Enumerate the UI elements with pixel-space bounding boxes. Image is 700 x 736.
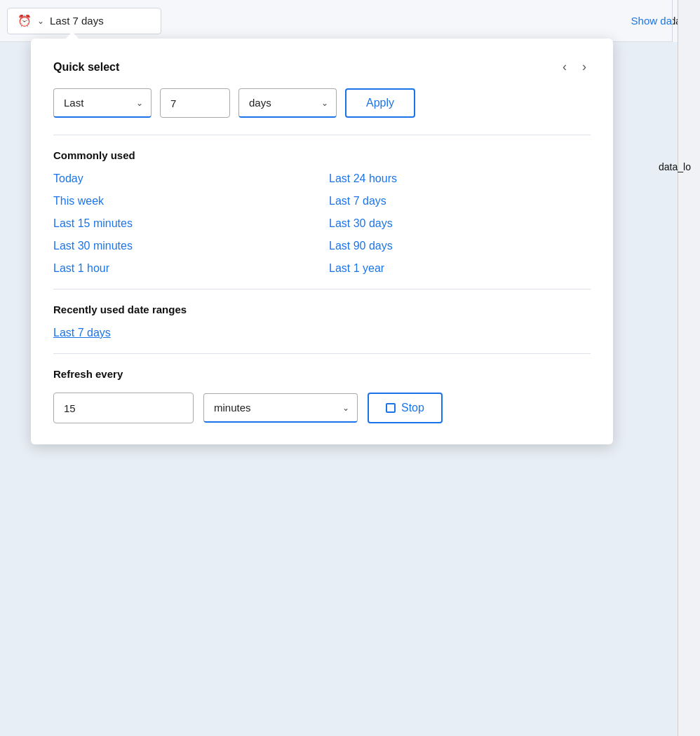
refresh-value-input[interactable] [53,393,194,423]
quick-link-last-7-days[interactable]: Last 7 days [329,195,591,207]
quick-link-last-1-year[interactable]: Last 1 year [329,262,591,275]
stop-square-icon [386,403,396,413]
refresh-unit-wrapper: seconds minutes hours ⌄ [203,393,358,423]
recently-used-section: Recently used date ranges Last 7 days [53,304,591,339]
date-picker-dropdown: Quick select ‹ › Last Next ⌄ minutes hou… [31,39,613,444]
right-edge-panel: data_lo [678,0,700,736]
quick-select-controls: Last Next ⌄ minutes hours days weeks mon… [53,88,591,118]
refresh-controls: seconds minutes hours ⌄ Stop [53,393,591,423]
time-direction-select[interactable]: Last Next [53,88,152,118]
stop-label: Stop [401,402,424,414]
quick-select-header: Quick select ‹ › [53,58,591,76]
commonly-used-grid: Today Last 24 hours This week Last 7 day… [53,172,591,275]
quick-link-last-30-minutes[interactable]: Last 30 minutes [53,240,315,252]
chevron-down-icon: ⌄ [37,16,44,26]
quick-link-last-90-days[interactable]: Last 90 days [329,240,591,252]
time-unit-select[interactable]: minutes hours days weeks months years [238,88,337,118]
refresh-title: Refresh every [53,368,591,380]
quick-link-today[interactable]: Today [53,172,315,185]
quick-link-last-15-minutes[interactable]: Last 15 minutes [53,217,315,230]
divider-3 [53,353,591,354]
recently-used-link-last-7-days[interactable]: Last 7 days [53,327,111,339]
commonly-used-section: Commonly used Today Last 24 hours This w… [53,149,591,275]
quick-link-last-30-days[interactable]: Last 30 days [329,217,591,230]
date-picker-trigger[interactable]: ⏰ ⌄ Last 7 days [7,8,161,34]
top-bar: ⏰ ⌄ Last 7 days Show dates data_lo [0,0,700,42]
apply-button[interactable]: Apply [345,88,415,118]
nav-arrows: ‹ › [558,58,591,76]
stop-button[interactable]: Stop [368,393,443,423]
divider-1 [53,135,591,135]
quick-link-last-1-hour[interactable]: Last 1 hour [53,262,315,275]
next-arrow-button[interactable]: › [578,58,591,76]
refresh-unit-select[interactable]: seconds minutes hours [203,393,358,423]
time-unit-wrapper: minutes hours days weeks months years ⌄ [238,88,337,118]
time-direction-wrapper: Last Next ⌄ [53,88,152,118]
time-value-input[interactable] [160,88,230,118]
right-partial-text: data_lo [659,161,691,172]
divider-2 [53,289,591,289]
clock-icon: ⏰ [18,14,32,27]
quick-select-title: Quick select [53,61,119,74]
prev-arrow-button[interactable]: ‹ [558,58,571,76]
commonly-used-title: Commonly used [53,149,591,161]
quick-link-this-week[interactable]: This week [53,195,315,207]
refresh-section: Refresh every seconds minutes hours ⌄ St… [53,368,591,423]
recently-used-title: Recently used date ranges [53,304,591,315]
quick-link-last-24-hours[interactable]: Last 24 hours [329,172,591,185]
range-label: Last 7 days [50,15,151,27]
